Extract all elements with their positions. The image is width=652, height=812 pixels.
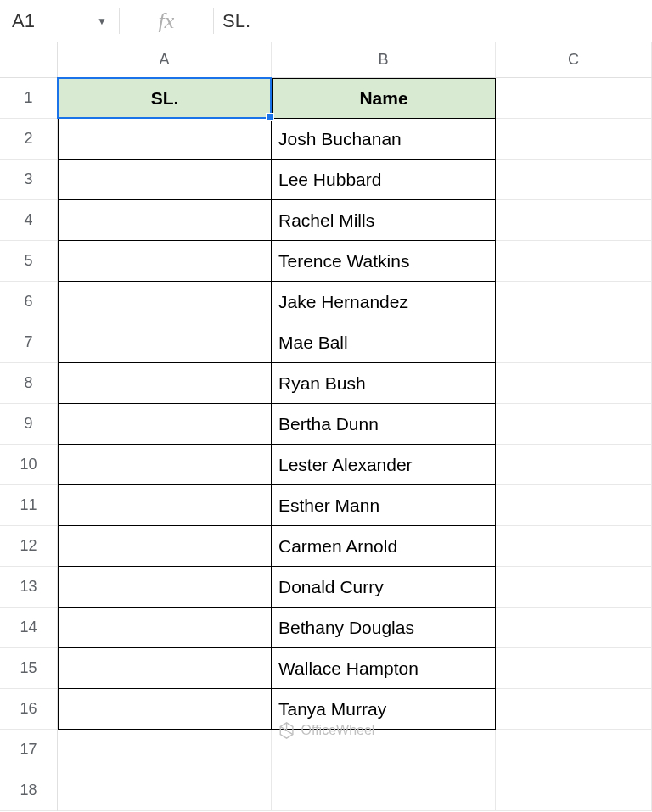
table-row: Esther Mann [58,485,652,526]
row-header[interactable]: 12 [0,526,57,567]
row-header[interactable]: 7 [0,322,57,363]
cell[interactable] [58,648,272,689]
cell[interactable]: Josh Buchanan [272,119,496,160]
table-row [58,770,652,811]
cell[interactable]: Jake Hernandez [272,282,496,322]
cell[interactable] [496,160,652,200]
cell[interactable] [496,485,652,526]
cell[interactable] [58,404,272,445]
table-row: Rachel Mills [58,200,652,241]
sheet-area: 1 2 3 4 5 6 7 8 9 10 11 12 13 14 15 16 1… [0,42,652,811]
table-row: Lee Hubbard [58,160,652,200]
cell[interactable] [496,445,652,485]
cell[interactable] [58,200,272,241]
row-header[interactable]: 2 [0,119,57,160]
cell[interactable] [58,567,272,608]
cell[interactable] [58,160,272,200]
table-row: SL. Name [58,78,652,119]
row-header[interactable]: 17 [0,730,57,770]
cell[interactable] [496,200,652,241]
cell[interactable] [58,119,272,160]
cell[interactable]: Wallace Hampton [272,648,496,689]
row-header[interactable]: 16 [0,689,57,730]
table-row: Bethany Douglas [58,608,652,648]
cell[interactable] [496,526,652,567]
table-row: Lester Alexander [58,445,652,485]
grid-body: SL. Name Josh Buchanan Lee Hubbard Rache… [58,78,652,811]
cell[interactable] [58,770,272,811]
row-header[interactable]: 11 [0,485,57,526]
cell[interactable] [496,689,652,730]
cell[interactable] [496,404,652,445]
cell[interactable] [58,485,272,526]
row-header[interactable]: 5 [0,241,57,282]
cell[interactable] [496,282,652,322]
cell[interactable] [58,363,272,404]
cell[interactable] [496,363,652,404]
column-header-c[interactable]: C [496,42,652,77]
cell[interactable] [496,119,652,160]
table-row: Jake Hernandez [58,282,652,322]
cell[interactable] [58,241,272,282]
cell[interactable]: Ryan Bush [272,363,496,404]
table-row: Mae Ball [58,322,652,363]
row-headers: 1 2 3 4 5 6 7 8 9 10 11 12 13 14 15 16 1… [0,42,58,811]
chevron-down-icon[interactable]: ▼ [97,15,107,27]
column-header-b[interactable]: B [272,42,496,77]
cell[interactable] [58,689,272,730]
table-row: Donald Curry [58,567,652,608]
cell[interactable] [496,567,652,608]
cell[interactable] [58,445,272,485]
fx-label: fx [120,8,213,34]
row-header[interactable]: 9 [0,404,57,445]
column-header-a[interactable]: A [58,42,272,77]
cell[interactable]: Rachel Mills [272,200,496,241]
row-header[interactable]: 14 [0,608,57,648]
cell[interactable]: Lee Hubbard [272,160,496,200]
select-all-corner[interactable] [0,42,57,78]
cell[interactable]: Bethany Douglas [272,608,496,648]
cell[interactable] [496,78,652,119]
formula-input[interactable] [214,0,652,42]
cell[interactable] [58,608,272,648]
cell[interactable] [496,608,652,648]
hexagon-icon [278,721,296,740]
cell[interactable]: Mae Ball [272,322,496,363]
name-box-value: A1 [12,10,35,32]
table-row: Wallace Hampton [58,648,652,689]
row-header[interactable]: 1 [0,78,57,119]
cell[interactable] [58,730,272,770]
row-header[interactable]: 15 [0,648,57,689]
row-header[interactable]: 6 [0,282,57,322]
cell[interactable]: Bertha Dunn [272,404,496,445]
row-header[interactable]: 10 [0,445,57,485]
name-box[interactable]: A1 ▼ [0,0,119,42]
cell[interactable]: Terence Watkins [272,241,496,282]
cell[interactable] [58,322,272,363]
cell[interactable]: Carmen Arnold [272,526,496,567]
cell[interactable]: Lester Alexander [272,445,496,485]
cell[interactable] [58,282,272,322]
cell[interactable]: Esther Mann [272,485,496,526]
table-row: Carmen Arnold [58,526,652,567]
row-header[interactable]: 18 [0,770,57,811]
row-header[interactable]: 4 [0,200,57,241]
row-header[interactable]: 8 [0,363,57,404]
cell[interactable] [496,322,652,363]
table-row: Bertha Dunn [58,404,652,445]
cell[interactable] [496,648,652,689]
cell[interactable] [496,730,652,770]
formula-bar: A1 ▼ fx [0,0,652,42]
header-cell-sl[interactable]: SL. [58,78,272,119]
table-row: Ryan Bush [58,363,652,404]
watermark-text: OfficeWheel [301,723,375,738]
row-header[interactable]: 3 [0,160,57,200]
cell[interactable]: Donald Curry [272,567,496,608]
cell[interactable] [58,526,272,567]
header-cell-name[interactable]: Name [272,78,496,119]
cell[interactable] [496,241,652,282]
cell[interactable] [496,770,652,811]
row-header[interactable]: 13 [0,567,57,608]
watermark: OfficeWheel [278,721,375,740]
cell[interactable] [272,770,496,811]
